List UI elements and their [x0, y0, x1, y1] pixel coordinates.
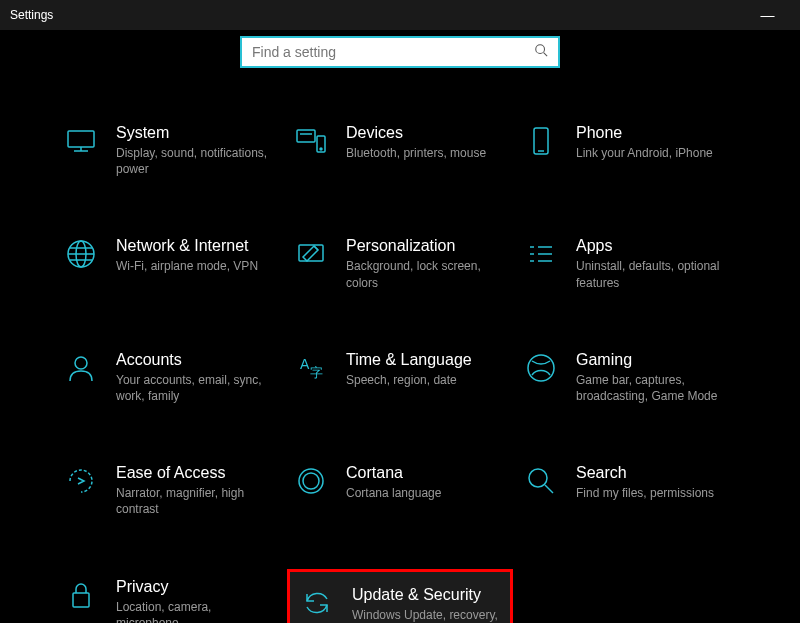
svg-line-1: [544, 53, 548, 57]
svg-point-30: [529, 469, 547, 487]
tile-system[interactable]: System Display, sound, notifications, po…: [60, 118, 280, 183]
tile-title: Network & Internet: [116, 237, 258, 255]
tile-time-language[interactable]: A字 Time & Language Speech, region, date: [290, 345, 510, 410]
tile-personalization[interactable]: Personalization Background, lock screen,…: [290, 231, 510, 296]
tile-desc: Background, lock screen, colors: [346, 258, 506, 290]
svg-point-29: [303, 473, 319, 489]
tile-apps[interactable]: Apps Uninstall, defaults, optional featu…: [520, 231, 740, 296]
window-title: Settings: [10, 8, 745, 22]
tile-desc: Speech, region, date: [346, 372, 472, 388]
tile-desc: Your accounts, email, sync, work, family: [116, 372, 276, 404]
tile-title: System: [116, 124, 276, 142]
tile-update-security[interactable]: Update & Security Windows Update, recove…: [290, 572, 510, 624]
svg-point-7: [320, 148, 322, 150]
tile-desc: Display, sound, notifications, power: [116, 145, 276, 177]
tile-search[interactable]: Search Find my files, permissions: [520, 458, 740, 523]
svg-rect-32: [73, 593, 89, 607]
tile-title: Update & Security: [352, 586, 500, 604]
search-input[interactable]: [252, 44, 534, 60]
tile-desc: Location, camera, microphone: [116, 599, 276, 624]
cortana-icon: [294, 464, 328, 498]
tile-title: Accounts: [116, 351, 276, 369]
minimize-button[interactable]: —: [745, 7, 790, 23]
system-icon: [64, 124, 98, 158]
titlebar: Settings —: [0, 0, 800, 30]
tile-title: Privacy: [116, 578, 276, 596]
tile-title: Ease of Access: [116, 464, 276, 482]
search-icon: [534, 43, 548, 61]
tile-desc: Link your Android, iPhone: [576, 145, 713, 161]
apps-icon: [524, 237, 558, 271]
magnifier-icon: [524, 464, 558, 498]
tile-cortana[interactable]: Cortana Cortana language: [290, 458, 510, 523]
svg-point-27: [528, 355, 554, 381]
tile-title: Apps: [576, 237, 736, 255]
tile-title: Devices: [346, 124, 486, 142]
tile-title: Gaming: [576, 351, 736, 369]
search-box[interactable]: [240, 36, 560, 68]
phone-icon: [524, 124, 558, 158]
svg-text:字: 字: [310, 365, 323, 380]
update-icon: [300, 586, 334, 620]
tile-desc: Find my files, permissions: [576, 485, 714, 501]
svg-rect-5: [297, 130, 315, 142]
tile-gaming[interactable]: Gaming Game bar, captures, broadcasting,…: [520, 345, 740, 410]
xbox-icon: [524, 351, 558, 385]
search-container: [0, 36, 800, 68]
language-icon: A字: [294, 351, 328, 385]
svg-rect-9: [534, 128, 548, 154]
svg-point-0: [536, 45, 545, 54]
tile-desc: Narrator, magnifier, high contrast: [116, 485, 276, 517]
tile-accounts[interactable]: Accounts Your accounts, email, sync, wor…: [60, 345, 280, 410]
tile-privacy[interactable]: Privacy Location, camera, microphone: [60, 572, 280, 624]
svg-point-24: [75, 357, 87, 369]
globe-icon: [64, 237, 98, 271]
tile-network[interactable]: Network & Internet Wi-Fi, airplane mode,…: [60, 231, 280, 296]
tile-title: Phone: [576, 124, 713, 142]
tile-phone[interactable]: Phone Link your Android, iPhone: [520, 118, 740, 183]
svg-text:A: A: [300, 356, 310, 372]
ease-of-access-icon: [64, 464, 98, 498]
tile-desc: Game bar, captures, broadcasting, Game M…: [576, 372, 736, 404]
tile-devices[interactable]: Devices Bluetooth, printers, mouse: [290, 118, 510, 183]
svg-rect-2: [68, 131, 94, 147]
devices-icon: [294, 124, 328, 158]
tile-desc: Bluetooth, printers, mouse: [346, 145, 486, 161]
tile-title: Personalization: [346, 237, 506, 255]
svg-rect-16: [299, 245, 323, 261]
paintbrush-icon: [294, 237, 328, 271]
lock-icon: [64, 578, 98, 612]
tile-desc: Uninstall, defaults, optional features: [576, 258, 736, 290]
tile-title: Time & Language: [346, 351, 472, 369]
svg-line-31: [545, 485, 553, 493]
tile-ease-of-access[interactable]: Ease of Access Narrator, magnifier, high…: [60, 458, 280, 523]
tile-desc: Wi-Fi, airplane mode, VPN: [116, 258, 258, 274]
svg-line-17: [314, 246, 318, 250]
person-icon: [64, 351, 98, 385]
settings-grid: System Display, sound, notifications, po…: [0, 118, 800, 623]
tile-title: Search: [576, 464, 714, 482]
tile-desc: Windows Update, recovery, backup: [352, 607, 500, 624]
tile-title: Cortana: [346, 464, 441, 482]
tile-desc: Cortana language: [346, 485, 441, 501]
